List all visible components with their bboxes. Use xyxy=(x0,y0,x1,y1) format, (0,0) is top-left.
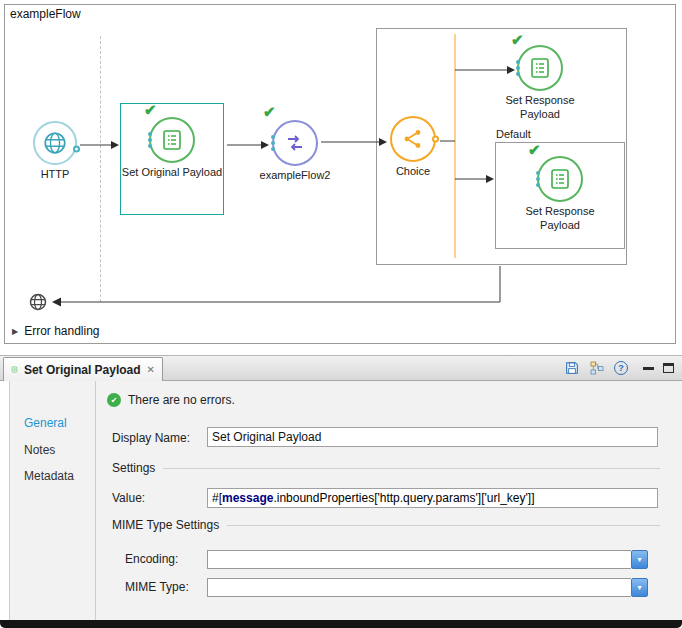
section-rule xyxy=(227,525,660,526)
display-name-input[interactable] xyxy=(207,427,658,447)
set-payload-node-circle[interactable] xyxy=(537,156,583,202)
tab-set-original-payload[interactable]: Set Original Payload ✕ xyxy=(3,357,163,381)
nav-notes[interactable]: Notes xyxy=(24,443,55,457)
choice-node-circle[interactable] xyxy=(390,116,436,162)
node-set-original-payload[interactable]: Set Original Payload xyxy=(120,117,224,180)
return-globe-icon xyxy=(28,292,48,312)
mime-type-combo-field[interactable] xyxy=(207,578,631,597)
node-label: Set Response Payload xyxy=(515,205,605,233)
http-node-circle[interactable] xyxy=(33,121,77,165)
nav-general[interactable]: General xyxy=(24,416,67,430)
set-payload-node-circle[interactable] xyxy=(517,45,563,91)
chevron-down-icon[interactable]: ▾ xyxy=(631,550,648,569)
save-icon[interactable] xyxy=(564,360,580,376)
minimize-icon[interactable] xyxy=(643,367,654,370)
globe-icon xyxy=(42,130,68,156)
http-output-port xyxy=(73,145,80,152)
input-port-dots xyxy=(271,141,275,145)
mime-section-header: MIME Type Settings xyxy=(112,518,660,532)
status-text: There are no errors. xyxy=(128,393,235,407)
payload-list-icon xyxy=(528,56,552,80)
encoding-label: Encoding: xyxy=(125,552,178,566)
mime-type-label: MIME Type: xyxy=(125,580,189,594)
panel-toolbar: ? xyxy=(564,358,674,378)
status-ok-icon: ✔ xyxy=(107,393,121,407)
mime-header-label: MIME Type Settings xyxy=(112,518,219,532)
flow-title: exampleFlow xyxy=(10,7,81,21)
node-label: HTTP xyxy=(20,168,90,182)
error-handling-label: Error handling xyxy=(24,324,99,338)
mime-type-combo[interactable]: ▾ xyxy=(207,578,648,597)
value-expression-input[interactable]: #[message.inboundProperties['http.query.… xyxy=(207,488,658,508)
choice-output-port xyxy=(432,136,439,143)
node-set-response-top[interactable]: Set Response Payload xyxy=(500,45,580,122)
properties-panel: General Notes Metadata ✔ There are no er… xyxy=(0,381,682,620)
panel-left-gutter xyxy=(0,381,10,620)
nav-metadata[interactable]: Metadata xyxy=(24,469,74,483)
input-port-dots xyxy=(148,138,152,142)
choice-branch-icon xyxy=(401,127,425,151)
flow-canvas: exampleFlow Default HTTP Set Original Pa… xyxy=(0,0,682,355)
triangle-right-icon[interactable]: ▶ xyxy=(12,327,18,336)
error-handling-toggle[interactable]: ▶ Error handling xyxy=(12,324,100,338)
node-label: Set Response Payload xyxy=(500,94,580,122)
section-rule xyxy=(163,468,660,469)
status-row: ✔ There are no errors. xyxy=(107,393,235,407)
node-choice[interactable]: Choice xyxy=(385,116,441,179)
payload-list-icon xyxy=(548,167,572,191)
nav-divider xyxy=(95,381,96,620)
node-label: Set Original Payload xyxy=(120,166,224,180)
input-port-dots xyxy=(536,177,540,181)
payload-list-icon xyxy=(160,128,184,152)
set-payload-node-circle[interactable] xyxy=(149,117,195,163)
help-icon[interactable]: ? xyxy=(614,361,628,375)
default-branch-label: Default xyxy=(496,128,531,140)
value-label: Value: xyxy=(112,491,145,505)
node-label: exampleFlow2 xyxy=(253,169,337,183)
window-bottom-edge xyxy=(0,620,682,628)
node-exampleflow2[interactable]: exampleFlow2 xyxy=(253,120,337,183)
chevron-down-icon[interactable]: ▾ xyxy=(631,578,648,597)
node-set-response-default[interactable]: Set Response Payload xyxy=(515,156,605,233)
outline-icon[interactable] xyxy=(589,360,605,376)
node-label: Choice xyxy=(385,165,441,179)
display-name-label: Display Name: xyxy=(112,431,190,445)
source-process-separator xyxy=(100,36,101,302)
check-icon: ✔ xyxy=(528,141,541,159)
payload-list-icon xyxy=(11,363,18,376)
flow-ref-icon xyxy=(283,131,307,155)
maximize-icon[interactable] xyxy=(663,363,674,373)
tab-label: Set Original Payload xyxy=(24,363,141,377)
expression-prefix: #[ xyxy=(212,491,222,505)
encoding-combo-field[interactable] xyxy=(207,550,631,569)
flow-ref-node-circle[interactable] xyxy=(272,120,318,166)
input-port-dots xyxy=(516,66,520,70)
check-icon: ✔ xyxy=(511,31,524,49)
check-icon: ✔ xyxy=(263,103,276,121)
expression-suffix: .inboundProperties['http.query.params'][… xyxy=(273,491,534,505)
encoding-combo[interactable]: ▾ xyxy=(207,550,648,569)
close-icon[interactable]: ✕ xyxy=(147,364,155,375)
settings-header-label: Settings xyxy=(112,461,155,475)
node-http[interactable]: HTTP xyxy=(20,121,90,182)
expression-keyword: message xyxy=(222,491,273,505)
settings-section-header: Settings xyxy=(112,461,660,475)
check-icon: ✔ xyxy=(144,101,157,119)
